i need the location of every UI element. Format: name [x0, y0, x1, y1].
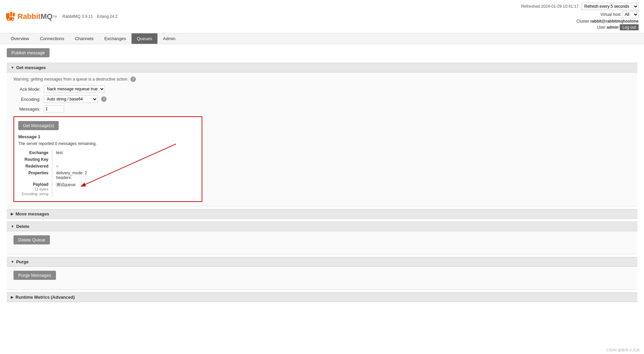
purge-arrow: [11, 260, 14, 264]
payload-label: Payload 11 bytes Encoding: string: [18, 181, 52, 197]
encoding-label: Encoding:: [13, 97, 40, 102]
properties-label: Properties: [18, 170, 52, 181]
erlang-version: Erlang 24.2: [97, 14, 118, 19]
properties-row: Properties delivery_mode: 2 headers:: [18, 170, 198, 181]
purge-header[interactable]: Purge: [7, 257, 637, 267]
cluster-label: Cluster: [577, 19, 589, 24]
logout-button[interactable]: Log out: [620, 24, 639, 30]
messages-row: Messages: 1: [13, 106, 631, 112]
server-info: The server reported 0 messages remaining…: [18, 141, 198, 146]
payload-encoding: Encoding: string: [22, 192, 49, 196]
purge-title: Purge: [16, 259, 29, 264]
purge-messages-button[interactable]: Purge Messages: [13, 271, 56, 280]
get-messages-header[interactable]: Get messages: [7, 63, 637, 72]
runtime-metrics-title: Runtime Metrics (Advanced): [16, 295, 75, 300]
move-messages-section: Move messages: [7, 209, 637, 219]
footer-text: CSDN @陈年小凡夹: [606, 348, 640, 352]
routing-key-value: [52, 156, 198, 163]
help-icon[interactable]: ?: [130, 77, 136, 82]
purge-body: Purge Messages: [7, 267, 637, 290]
ack-mode-label: Ack Mode:: [13, 87, 40, 92]
exchange-value: test: [52, 149, 198, 156]
ack-mode-row: Ack Mode: Nack message requeue true Ack …: [13, 85, 631, 93]
delete-queue-button[interactable]: Delete Queue: [13, 235, 50, 244]
get-messages-section: Get messages Warning: getting messages f…: [7, 63, 637, 206]
ack-mode-select[interactable]: Nack message requeue true Ack message re…: [44, 85, 105, 93]
user-value: admin: [607, 25, 618, 30]
exchange-row: Exchange test: [18, 149, 198, 156]
delete-section: Delete Delete Queue: [7, 222, 637, 254]
brand-mq: MQ: [40, 12, 52, 21]
get-messages-body: Warning: getting messages from a queue i…: [7, 72, 637, 206]
brand-tm: TM: [53, 15, 57, 18]
delivery-mode-text: delivery_mode: 2: [56, 171, 196, 175]
properties-value: delivery_mode: 2 headers:: [52, 170, 198, 181]
nav-admin[interactable]: Admin: [157, 33, 181, 44]
version-info: RabbitMQ 3.9.11 Erlang 24.2: [62, 14, 118, 19]
brand-rabbit: Rabbit: [18, 12, 40, 21]
runtime-metrics-arrow: [11, 295, 13, 299]
encoding-row: Encoding: Auto string / base64 base64 ?: [13, 95, 631, 103]
runtime-metrics-section: Runtime Metrics (Advanced): [7, 292, 637, 302]
delete-title: Delete: [16, 224, 29, 229]
refreshed-timestamp: Refreshed 2024-01-29 10:41:17: [521, 4, 579, 9]
logo: RabbitMQTM: [5, 11, 57, 22]
get-messages-title: Get messages: [16, 65, 46, 70]
virtual-host-row: Virtual host All: [601, 11, 639, 18]
nav-connections[interactable]: Connections: [34, 33, 69, 44]
messages-input[interactable]: 1: [44, 106, 64, 112]
nav-overview[interactable]: Overview: [5, 33, 34, 44]
routing-key-row: Routing Key: [18, 156, 198, 163]
move-messages-title: Move messages: [16, 211, 49, 216]
routing-key-label: Routing Key: [18, 156, 52, 163]
payload-value: 测试queue: [52, 181, 198, 197]
nav-queues[interactable]: Queues: [131, 33, 158, 44]
nav-exchanges[interactable]: Exchanges: [99, 33, 131, 44]
messages-label: Messages:: [13, 107, 40, 112]
refresh-row: Refreshed 2024-01-29 10:41:17 Refresh ev…: [521, 3, 639, 10]
redelivered-value: ○: [52, 163, 198, 170]
redelivered-label: Redelivered: [18, 163, 52, 170]
rabbit-icon: [5, 11, 16, 22]
top-right-info: Refreshed 2024-01-29 10:41:17 Refresh ev…: [521, 3, 639, 30]
cluster-row: Cluster rabbit@rabbitmqhostone: [577, 19, 639, 24]
virtual-host-label: Virtual host: [601, 12, 621, 17]
warning-text: Warning: getting messages from a queue i…: [13, 77, 631, 82]
rabbitmq-version: RabbitMQ 3.9.11: [62, 14, 93, 19]
encoding-help-icon[interactable]: ?: [101, 96, 107, 102]
delete-header[interactable]: Delete: [7, 222, 637, 231]
publish-message-button[interactable]: Publish message: [7, 48, 50, 57]
headers-text: headers:: [56, 175, 196, 180]
nav-channels[interactable]: Channels: [69, 33, 99, 44]
get-messages-result: Get Message(s) Message 1 The server repo…: [13, 116, 202, 202]
move-messages-arrow: [11, 212, 13, 216]
payload-row: Payload 11 bytes Encoding: string 测试queu…: [18, 181, 198, 197]
header: RabbitMQTM RabbitMQ 3.9.11 Erlang 24.2 R…: [0, 0, 644, 33]
user-row: User admin Log out: [597, 24, 639, 30]
runtime-metrics-header[interactable]: Runtime Metrics (Advanced): [7, 292, 637, 302]
cluster-value: rabbit@rabbitmqhostone: [590, 19, 639, 24]
payload-bytes: 11 bytes: [34, 187, 49, 191]
svg-point-5: [12, 19, 13, 20]
virtual-host-select[interactable]: All: [622, 11, 639, 18]
svg-point-4: [8, 19, 9, 20]
main-content: Publish message Get messages Warning: ge…: [0, 44, 644, 306]
exchange-label: Exchange: [18, 149, 52, 156]
svg-rect-1: [10, 12, 12, 17]
redelivered-row: Redelivered ○: [18, 163, 198, 170]
main-nav: Overview Connections Channels Exchanges …: [0, 33, 644, 44]
move-messages-header[interactable]: Move messages: [7, 209, 637, 219]
footer: CSDN @陈年小凡夹: [602, 346, 644, 354]
message-detail-table: Exchange test Routing Key Redelivered ○: [18, 149, 198, 197]
svg-rect-2: [13, 12, 15, 17]
message-title: Message 1: [18, 134, 198, 139]
user-label: User: [597, 25, 606, 30]
delete-arrow: [11, 225, 14, 228]
delete-body: Delete Queue: [7, 231, 637, 254]
get-messages-button[interactable]: Get Message(s): [18, 121, 59, 130]
logo-area: RabbitMQTM RabbitMQ 3.9.11 Erlang 24.2: [5, 11, 118, 22]
purge-section: Purge Purge Messages: [7, 257, 637, 290]
get-messages-arrow: [11, 66, 14, 69]
encoding-select[interactable]: Auto string / base64 base64: [44, 95, 98, 103]
refresh-interval-select[interactable]: Refresh every 5 seconds Refresh every 10…: [581, 3, 639, 10]
